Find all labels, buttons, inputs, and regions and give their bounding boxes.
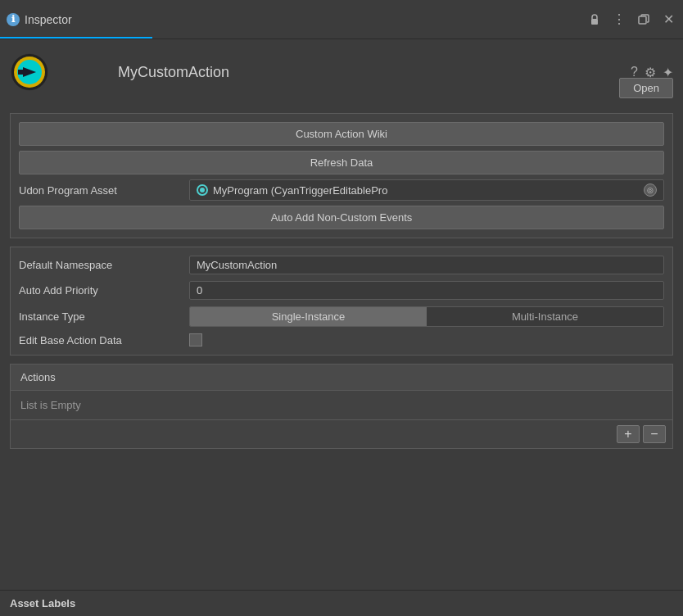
auto-add-button[interactable]: Auto Add Non-Custom Events <box>19 206 664 229</box>
udon-program-text: MyProgram (CyanTriggerEditablePro <box>213 184 639 197</box>
wiki-button[interactable]: Custom Action Wiki <box>19 122 664 146</box>
udon-program-label: Udon Program Asset <box>19 184 183 197</box>
actions-footer: + − <box>11 420 672 448</box>
program-asset-icon <box>197 184 208 196</box>
asset-name-label: MyCustomAction <box>118 64 621 81</box>
main-content: Custom Action Wiki Refresh Data Udon Pro… <box>0 105 683 457</box>
refresh-button[interactable]: Refresh Data <box>19 151 664 174</box>
asset-labels-section: Asset Labels <box>0 590 683 616</box>
svg-rect-11 <box>18 70 25 75</box>
close-icon[interactable]: ✕ <box>660 11 676 28</box>
properties-panel: Default Namespace Auto Add Priority Inst… <box>10 247 673 356</box>
single-instance-button[interactable]: Single-Instance <box>190 307 427 326</box>
actions-panel: Actions List is Empty + − <box>10 364 673 449</box>
edit-base-action-checkbox[interactable] <box>189 333 202 346</box>
edit-base-action-label: Edit Base Action Data <box>19 334 183 346</box>
remove-action-button[interactable]: − <box>643 425 666 443</box>
auto-add-priority-input[interactable] <box>189 281 664 300</box>
title-bar: ℹ Inspector ⋮ ✕ <box>0 0 683 39</box>
restore-icon[interactable] <box>636 11 652 28</box>
default-namespace-label: Default Namespace <box>19 259 183 271</box>
asset-icon-overlay <box>10 52 49 92</box>
svg-rect-1 <box>639 16 646 24</box>
window-title: Inspector <box>25 13 72 26</box>
auto-add-priority-label: Auto Add Priority <box>19 284 183 297</box>
asset-labels-title: Asset Labels <box>10 597 75 609</box>
instance-type-label: Instance Type <box>19 310 183 323</box>
svg-rect-0 <box>591 19 598 25</box>
info-icon: ℹ <box>7 13 20 26</box>
udon-program-row: Udon Program Asset MyProgram (CyanTrigge… <box>19 179 664 201</box>
title-bar-controls: ⋮ ✕ <box>586 11 676 28</box>
add-action-button[interactable]: + <box>617 425 640 443</box>
actions-header: Actions <box>11 365 672 391</box>
more-options-icon[interactable]: ⋮ <box>611 11 627 28</box>
auto-add-priority-row: Auto Add Priority <box>19 281 664 300</box>
instance-type-toggle: Single-Instance Multi-Instance <box>189 306 664 327</box>
default-namespace-row: Default Namespace <box>19 256 664 274</box>
udon-program-value[interactable]: MyProgram (CyanTriggerEditablePro ◎ <box>189 179 664 201</box>
open-button[interactable]: Open <box>619 78 673 98</box>
lock-icon[interactable] <box>586 11 603 28</box>
default-namespace-input[interactable] <box>189 256 664 274</box>
multi-instance-button[interactable]: Multi-Instance <box>427 307 663 326</box>
header-section: MyCustomAction ? ⚙ ✦ Open <box>0 39 683 105</box>
action-buttons-panel: Custom Action Wiki Refresh Data Udon Pro… <box>10 113 673 238</box>
instance-type-row: Instance Type Single-Instance Multi-Inst… <box>19 306 664 327</box>
edit-base-action-row: Edit Base Action Data <box>19 333 664 346</box>
actions-empty-message: List is Empty <box>11 391 672 420</box>
title-bar-left: ℹ Inspector <box>7 13 586 26</box>
object-picker-icon[interactable]: ◎ <box>644 183 657 197</box>
